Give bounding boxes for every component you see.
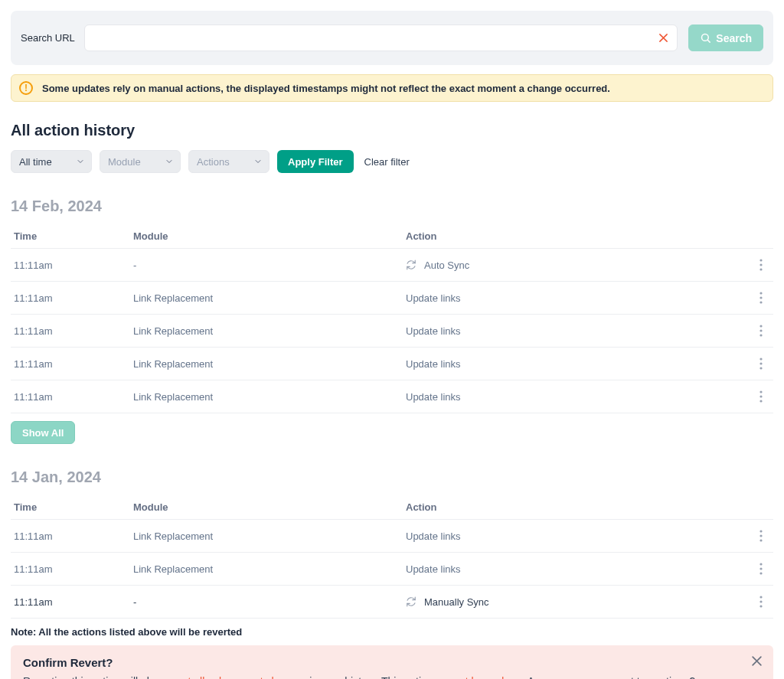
chevron-down-icon (253, 157, 263, 166)
search-icon (700, 32, 711, 44)
filter-module-select[interactable]: Module (100, 150, 181, 173)
svg-point-15 (760, 400, 762, 402)
chevron-down-icon (165, 157, 174, 166)
row-module: Link Replacement (130, 348, 403, 380)
svg-point-16 (760, 530, 762, 532)
row-time: 11:11am (11, 348, 130, 380)
row-time: 11:11am (11, 520, 130, 553)
section-date-jan: 14 Jan, 2024 (11, 468, 773, 486)
row-menu-icon[interactable] (753, 354, 769, 374)
row-time: 11:11am (11, 380, 130, 413)
warning-banner: ! Some updates rely on manual actions, t… (11, 74, 773, 102)
svg-point-11 (760, 362, 762, 364)
svg-point-6 (760, 301, 762, 303)
search-label: Search URL (21, 32, 75, 44)
row-time: 11:11am (11, 282, 130, 315)
table-row: 11:11amLink ReplacementUpdate links (11, 553, 773, 586)
col-action-header: Action (403, 224, 750, 249)
row-action: Manually Sync (424, 596, 489, 608)
col-module-header: Module (130, 224, 403, 249)
row-action: Update links (406, 563, 461, 575)
chevron-down-icon (76, 157, 85, 166)
svg-point-17 (760, 534, 762, 537)
svg-point-4 (760, 292, 762, 294)
svg-point-22 (760, 596, 762, 598)
svg-point-12 (760, 367, 762, 369)
filter-time-select[interactable]: All time (11, 150, 92, 173)
revert-title: Confirm Revert? (23, 656, 761, 669)
history-table-jan-before: Time Module Action 11:11amLink Replaceme… (11, 495, 773, 619)
row-time: 11:11am (11, 249, 130, 282)
col-time-header: Time (11, 495, 130, 520)
row-module: Link Replacement (130, 380, 403, 413)
clear-search-icon[interactable] (655, 31, 671, 46)
filter-actions-select[interactable]: Actions (188, 150, 270, 173)
svg-point-21 (760, 572, 762, 574)
col-action-header: Action (403, 495, 750, 520)
svg-point-10 (760, 357, 762, 360)
svg-point-3 (760, 268, 762, 270)
row-menu-icon[interactable] (753, 559, 769, 579)
row-menu-icon[interactable] (753, 592, 769, 612)
row-module: Link Replacement (130, 520, 403, 553)
show-all-button[interactable]: Show All (11, 421, 75, 444)
svg-point-23 (760, 600, 762, 602)
page-title: All action history (11, 122, 773, 139)
clear-filter-link[interactable]: Clear filter (361, 156, 413, 168)
row-action: Auto Sync (424, 260, 469, 271)
revert-scope-note: Note: All the actions listed above will … (11, 626, 773, 638)
row-time: 11:11am (11, 553, 130, 586)
row-action: Update links (406, 391, 461, 403)
apply-filter-button[interactable]: Apply Filter (277, 150, 354, 173)
row-action: Update links (406, 292, 461, 304)
svg-point-19 (760, 563, 762, 565)
search-input-wrap (84, 24, 678, 51)
row-action: Update links (406, 530, 461, 542)
table-row: 11:11amLink ReplacementUpdate links (11, 520, 773, 553)
row-module: Link Replacement (130, 553, 403, 586)
svg-point-24 (760, 605, 762, 607)
row-menu-icon[interactable] (753, 255, 769, 275)
svg-point-20 (760, 567, 762, 570)
svg-point-13 (760, 390, 762, 393)
row-module: Link Replacement (130, 282, 403, 315)
row-module: Link Replacement (130, 315, 403, 348)
search-button-label: Search (716, 32, 752, 44)
row-time: 11:11am (11, 586, 130, 619)
svg-point-9 (760, 334, 762, 336)
row-module: - (130, 249, 403, 282)
row-action: Update links (406, 325, 461, 337)
filter-time-value: All time (19, 156, 52, 168)
search-input[interactable] (93, 25, 649, 51)
section-date-feb: 14 Feb, 2024 (11, 197, 773, 215)
search-button[interactable]: Search (688, 24, 763, 51)
table-row: 11:11am-Auto Sync (11, 249, 773, 282)
filter-module-value: Module (108, 156, 141, 168)
svg-point-1 (760, 259, 762, 261)
table-row: 11:11amLink ReplacementUpdate links (11, 348, 773, 380)
svg-point-7 (760, 325, 762, 327)
svg-point-14 (760, 395, 762, 397)
row-menu-icon[interactable] (753, 288, 769, 308)
revert-message: Reverting this action will also revert a… (23, 675, 761, 679)
row-module: - (130, 586, 403, 619)
warning-icon: ! (19, 81, 33, 95)
row-menu-icon[interactable] (753, 387, 769, 406)
close-icon[interactable] (747, 651, 766, 670)
confirm-revert-panel: Confirm Revert? Reverting this action wi… (11, 645, 773, 679)
filters-row: All time Module Actions Apply Filter Cle… (11, 150, 773, 173)
row-menu-icon[interactable] (753, 321, 769, 341)
table-row: 11:11amLink ReplacementUpdate links (11, 282, 773, 315)
col-module-header: Module (130, 495, 403, 520)
row-action: Update links (406, 358, 461, 370)
warning-text: Some updates rely on manual actions, the… (42, 83, 610, 94)
svg-point-8 (760, 329, 762, 331)
history-table-feb: Time Module Action 11:11am-Auto Sync11:1… (11, 224, 773, 413)
svg-point-18 (760, 539, 762, 541)
row-time: 11:11am (11, 315, 130, 348)
search-bar: Search URL Search (11, 11, 773, 65)
table-row: 11:11amLink ReplacementUpdate links (11, 380, 773, 413)
filter-actions-value: Actions (197, 156, 230, 168)
row-menu-icon[interactable] (753, 526, 769, 546)
svg-point-2 (760, 263, 762, 266)
